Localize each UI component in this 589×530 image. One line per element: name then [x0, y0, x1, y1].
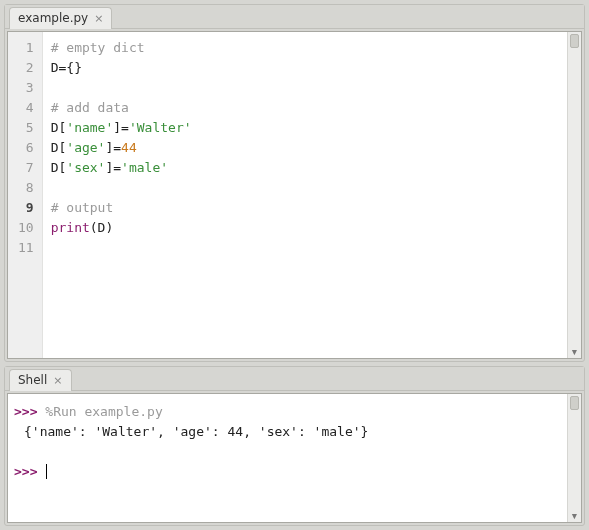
close-icon[interactable]: ×: [94, 13, 103, 24]
code-line[interactable]: # empty dict: [51, 38, 559, 58]
line-number: 4: [18, 98, 34, 118]
code-line[interactable]: D['name']='Walter': [51, 118, 559, 138]
code-line[interactable]: D={}: [51, 58, 559, 78]
code-line[interactable]: D['sex']='male': [51, 158, 559, 178]
shell-area[interactable]: >>> %Run example.py{'name': 'Walter', 'a…: [8, 394, 567, 522]
shell-pane: Shell × >>> %Run example.py{'name': 'Wal…: [4, 366, 585, 526]
code-token: ={}: [58, 60, 81, 75]
code-line[interactable]: [51, 238, 559, 258]
line-number: 5: [18, 118, 34, 138]
code-line[interactable]: D['age']=44: [51, 138, 559, 158]
scroll-thumb[interactable]: [570, 34, 579, 48]
editor-tabbar: example.py ×: [5, 5, 584, 29]
line-number: 6: [18, 138, 34, 158]
code-token: 'age': [66, 140, 105, 155]
shell-prompt: >>>: [14, 464, 45, 479]
shell-line: [14, 442, 561, 462]
line-number: 2: [18, 58, 34, 78]
editor-tab[interactable]: example.py ×: [9, 7, 112, 29]
code-token: 'sex': [66, 160, 105, 175]
line-number: 8: [18, 178, 34, 198]
scroll-down-icon[interactable]: ▾: [568, 508, 581, 522]
line-number: 11: [18, 238, 34, 258]
code-token: 'name': [66, 120, 113, 135]
code-token: # empty dict: [51, 40, 145, 55]
scroll-down-icon[interactable]: ▾: [568, 344, 581, 358]
code-token: ]=: [105, 160, 121, 175]
editor-tab-label: example.py: [18, 11, 88, 25]
shell-line[interactable]: >>>: [14, 462, 561, 482]
code-token: 'male': [121, 160, 168, 175]
shell-tab-label: Shell: [18, 373, 47, 387]
code-token: 'Walter': [129, 120, 192, 135]
close-icon[interactable]: ×: [53, 375, 62, 386]
shell-line: >>> %Run example.py: [14, 402, 561, 422]
code-area[interactable]: # empty dictD={} # add dataD['name']='Wa…: [43, 32, 567, 358]
code-line[interactable]: # add data: [51, 98, 559, 118]
line-number: 9: [18, 198, 34, 218]
shell-line: {'name': 'Walter', 'age': 44, 'sex': 'ma…: [14, 422, 561, 442]
code-line[interactable]: [51, 78, 559, 98]
code-token: print: [51, 220, 90, 235]
code-line[interactable]: [51, 178, 559, 198]
editor-scrollbar[interactable]: ▴ ▾: [567, 32, 581, 358]
code-token: (D): [90, 220, 113, 235]
editor-pane: example.py × 1 2 3 4 5 6 7 8 91011 # emp…: [4, 4, 585, 362]
code-token: ]=: [113, 120, 129, 135]
line-number: 7: [18, 158, 34, 178]
code-token: # add data: [51, 100, 129, 115]
line-number: 3: [18, 78, 34, 98]
code-line[interactable]: # output: [51, 198, 559, 218]
shell-content: >>> %Run example.py{'name': 'Walter', 'a…: [7, 393, 582, 523]
code-token: 44: [121, 140, 137, 155]
text-cursor: [46, 464, 47, 479]
shell-tabbar: Shell ×: [5, 367, 584, 391]
code-line[interactable]: print(D): [51, 218, 559, 238]
shell-run-command: %Run example.py: [45, 404, 162, 419]
shell-tab[interactable]: Shell ×: [9, 369, 72, 391]
code-token: # output: [51, 200, 114, 215]
scroll-thumb[interactable]: [570, 396, 579, 410]
line-gutter: 1 2 3 4 5 6 7 8 91011: [8, 32, 43, 358]
code-token: ]=: [105, 140, 121, 155]
editor-content: 1 2 3 4 5 6 7 8 91011 # empty dictD={} #…: [7, 31, 582, 359]
shell-scrollbar[interactable]: ▴ ▾: [567, 394, 581, 522]
line-number: 1: [18, 38, 34, 58]
shell-prompt: >>>: [14, 404, 45, 419]
line-number: 10: [18, 218, 34, 238]
